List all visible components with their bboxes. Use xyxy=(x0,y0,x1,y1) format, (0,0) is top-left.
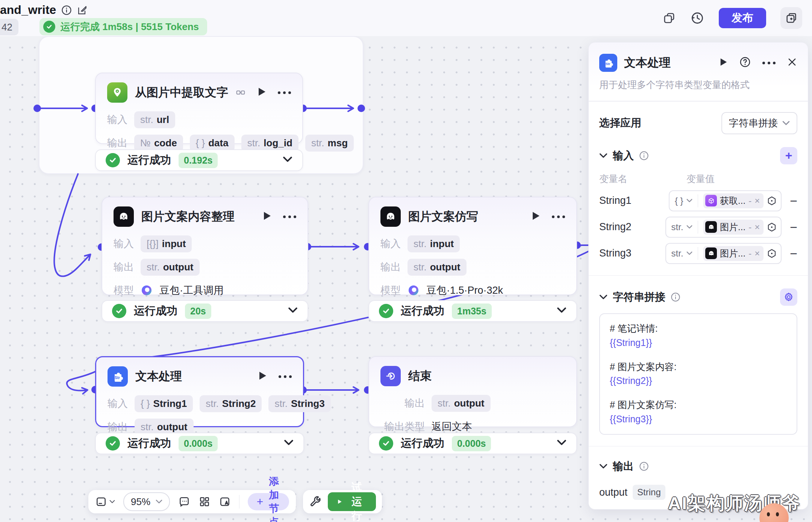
close-icon[interactable] xyxy=(787,57,797,69)
chevron-down-icon xyxy=(686,225,692,229)
add-node-button[interactable]: + 添加节点 xyxy=(248,493,289,510)
type-select-value: { } xyxy=(675,196,683,206)
success-check-icon xyxy=(106,436,120,451)
section-collapse-icon[interactable] xyxy=(599,294,607,300)
run-node-icon[interactable] xyxy=(258,87,267,98)
var-value-control[interactable]: str. 图片... - × xyxy=(665,243,782,264)
var-value-control[interactable]: { } 获取... - × xyxy=(669,190,782,211)
copy-icon[interactable] xyxy=(662,11,676,25)
model-name: 豆包·1.5·Pro·32k xyxy=(426,284,503,297)
chevron-down-icon[interactable] xyxy=(283,156,292,164)
node-anchor-icon[interactable] xyxy=(767,222,777,232)
status-bar-extract[interactable]: 运行成功 0.192s xyxy=(95,149,303,171)
run-node-icon[interactable] xyxy=(258,371,267,382)
node-anchor-icon[interactable] xyxy=(767,248,777,259)
status-bar-organize[interactable]: 运行成功 20s xyxy=(102,300,308,322)
chevron-down-icon xyxy=(686,251,692,255)
success-check-icon xyxy=(379,304,393,318)
type-select-value: str. xyxy=(671,248,683,259)
node-imitate-copy[interactable]: 图片文案仿写 输入 str.input 输出 str.output 模型 豆包·… xyxy=(368,197,577,295)
run-node-icon[interactable] xyxy=(263,211,272,222)
remove-input-button[interactable]: − xyxy=(790,194,797,207)
remove-input-button[interactable]: − xyxy=(790,247,797,260)
history-icon[interactable] xyxy=(690,11,704,25)
open-in-new-icon[interactable] xyxy=(780,7,802,29)
node-organize-copy[interactable]: 图片文案内容整理 输入 [{}]input 输出 str.output 模型 豆… xyxy=(102,197,308,295)
add-input-button[interactable]: + xyxy=(780,147,797,164)
ref-name: 图片... xyxy=(720,221,745,233)
more-icon[interactable] xyxy=(283,215,296,218)
play-icon xyxy=(338,498,342,506)
col-var-value: 变量值 xyxy=(686,173,797,185)
status-bar-text-process[interactable]: 运行成功 0.000s xyxy=(95,432,304,454)
param-chip: str.url xyxy=(134,111,175,128)
param-chip: { }data xyxy=(190,135,235,152)
edit-title-icon[interactable] xyxy=(77,5,88,15)
chevron-down-icon[interactable] xyxy=(557,440,567,447)
model-logo-icon xyxy=(408,284,420,296)
param-chip: str.String3 xyxy=(268,395,330,412)
remove-input-button[interactable]: − xyxy=(790,221,797,234)
ref-chip[interactable]: 获取... - × xyxy=(703,193,764,208)
doubao-agent-icon xyxy=(114,206,134,227)
output-label: 输出 xyxy=(107,136,127,150)
remove-ref-icon[interactable]: × xyxy=(754,222,760,232)
more-icon[interactable] xyxy=(762,62,776,64)
output-label: 输出 xyxy=(114,260,134,274)
info-icon[interactable] xyxy=(61,5,72,15)
status-bar-end[interactable]: 运行成功 0.000s xyxy=(368,432,577,454)
check-icon xyxy=(43,21,55,33)
section-collapse-icon[interactable] xyxy=(599,464,607,469)
run-node-icon[interactable] xyxy=(532,211,541,222)
chevron-down-icon[interactable] xyxy=(284,440,294,447)
run-toolbar: 试运行 xyxy=(303,490,382,513)
var-value-control[interactable]: str. 图片... - × xyxy=(665,217,782,238)
chevron-down-icon[interactable] xyxy=(557,307,567,315)
publish-button[interactable]: 发布 xyxy=(719,8,766,28)
export-canvas-icon[interactable] xyxy=(219,496,231,508)
canvas-toolbar: 95% + 添加节点 xyxy=(88,490,296,513)
auto-layout-icon[interactable] xyxy=(198,496,211,508)
ref-chip[interactable]: 图片... - × xyxy=(703,246,764,261)
debug-tools-icon[interactable] xyxy=(309,495,322,508)
input-row-string3: String3 str. 图片... - × − xyxy=(599,243,797,264)
more-icon[interactable] xyxy=(278,91,291,94)
output-type-value: 返回文本 xyxy=(432,420,472,433)
param-chip: str.output xyxy=(141,259,200,276)
remove-ref-icon[interactable]: × xyxy=(754,248,760,259)
chevron-down-icon[interactable] xyxy=(288,307,298,315)
input-label: 输入 xyxy=(108,397,128,410)
app-select-dropdown[interactable]: 字符串拼接 xyxy=(721,112,797,134)
node-text-process[interactable]: Str 文本处理 输入 { }String1 str.String2 str.S… xyxy=(95,356,304,427)
node-extract-text-from-image[interactable]: 从图片中提取文字 输入 str.url 输出 №code { }data str… xyxy=(95,73,303,144)
run-status-badge[interactable]: 运行完成 1m58s | 5515 Tokens xyxy=(39,18,207,35)
comment-icon[interactable] xyxy=(178,496,190,508)
zoom-level-select[interactable]: 95% xyxy=(123,492,170,511)
node-anchor-icon[interactable] xyxy=(767,196,777,206)
test-run-button[interactable]: 试运行 xyxy=(328,492,376,511)
duration-badge: 0.000s xyxy=(452,436,491,451)
more-icon[interactable] xyxy=(552,215,565,218)
help-icon[interactable] xyxy=(739,56,751,70)
status-bar-imitate[interactable]: 运行成功 1m35s xyxy=(368,300,577,322)
doubao-agent-icon xyxy=(380,206,401,227)
var-name: String3 xyxy=(599,247,632,259)
ref-chip[interactable]: 图片... - × xyxy=(703,220,764,235)
section-collapse-icon[interactable] xyxy=(599,153,607,158)
minimap-toggle-icon[interactable] xyxy=(95,496,115,508)
version-badge[interactable]: 42 xyxy=(0,19,18,35)
panel-subtitle: 用于处理多个字符串类型变量的格式 xyxy=(599,79,797,91)
model-label: 模型 xyxy=(380,284,401,297)
more-icon[interactable] xyxy=(279,375,292,378)
plugin-badge-icon xyxy=(236,88,245,97)
concat-template-editor[interactable]: # 笔记详情: {{String1}} # 图片文案内容: {{String2}… xyxy=(599,313,797,435)
run-node-icon[interactable] xyxy=(720,58,728,68)
param-chip: [{}]input xyxy=(141,235,192,252)
select-app-label: 选择应用 xyxy=(599,116,641,130)
node-end[interactable]: 结束 输出 str.output 输出类型 返回文本 xyxy=(368,356,577,427)
concat-settings-button[interactable] xyxy=(780,288,797,306)
input-section-title: 输入 xyxy=(613,149,634,163)
template-line: # 笔记详情: xyxy=(610,322,787,335)
remove-ref-icon[interactable]: × xyxy=(754,196,760,206)
run-status-text: 运行完成 1m58s | 5515 Tokens xyxy=(61,20,199,33)
